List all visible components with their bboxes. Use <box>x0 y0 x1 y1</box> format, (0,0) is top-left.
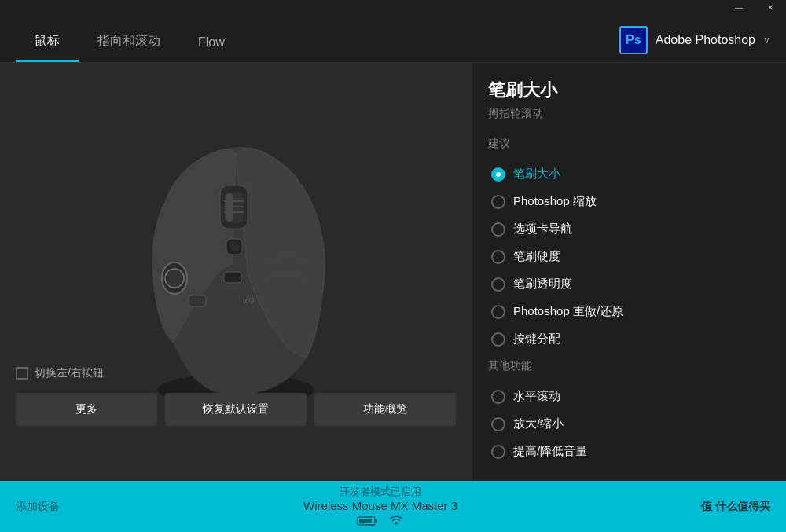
option-key-assign[interactable]: 按键分配 <box>488 325 770 353</box>
radio-zoom <box>491 417 505 431</box>
brand-logo: 值 什么值得买 <box>701 500 770 514</box>
option-brush-opacity[interactable]: 笔刷透明度 <box>488 270 770 298</box>
tab-flow[interactable]: Flow <box>179 23 244 62</box>
checkbox-label: 切换左/右按钮 <box>35 366 104 380</box>
radio-ps-zoom <box>491 195 505 209</box>
svg-rect-12 <box>189 295 206 306</box>
more-button[interactable]: 更多 <box>16 393 157 426</box>
checkbox-row: 切换左/右按钮 <box>16 366 456 380</box>
option-ps-redo-undo[interactable]: Photoshop 重做/还原 <box>488 298 770 325</box>
app-name-label: Adobe Photoshop <box>656 33 755 47</box>
connection-icon <box>388 515 404 528</box>
device-name-label: Wireless Mouse MX Master 3 <box>303 499 457 512</box>
option-label-volume: 提高/降低音量 <box>513 444 587 459</box>
option-ps-zoom[interactable]: Photoshop 缩放 <box>488 188 770 215</box>
add-device-button[interactable]: 添加设备 <box>16 500 60 514</box>
svg-point-18 <box>395 522 398 525</box>
option-label-zoom: 放大/缩小 <box>513 416 564 431</box>
radio-brush-opacity <box>491 277 505 292</box>
tab-pointer[interactable]: 指向和滚动 <box>79 20 179 62</box>
option-label-brush-opacity: 笔刷透明度 <box>513 277 572 292</box>
nav-tabs: 鼠标 指向和滚动 Flow <box>16 0 619 62</box>
status-bar: 添加设备 开发者模式已启用 Wireless Mouse MX Master 3… <box>0 481 786 532</box>
radio-brush-size <box>491 167 505 182</box>
radio-ps-redo-undo <box>491 305 505 319</box>
option-label-brush-hardness: 笔刷硬度 <box>513 249 560 264</box>
svg-rect-17 <box>359 519 372 523</box>
svg-rect-14 <box>224 272 241 283</box>
header: 鼠标 指向和滚动 Flow Ps Adobe Photoshop ∨ <box>0 0 786 63</box>
app-dropdown-arrow[interactable]: ∨ <box>763 35 770 46</box>
left-right-switch-checkbox[interactable] <box>16 367 28 380</box>
radio-volume <box>491 445 505 459</box>
dev-mode-label: 开发者模式已启用 <box>340 485 421 499</box>
svg-rect-8 <box>230 242 239 251</box>
minimize-button[interactable]: — <box>723 0 755 14</box>
panel-subtitle: 拇指轮滚动 <box>488 107 770 121</box>
restore-defaults-button[interactable]: 恢复默认设置 <box>165 393 307 426</box>
option-label-horizontal-scroll: 水平滚动 <box>513 389 560 404</box>
radio-brush-hardness <box>491 250 505 264</box>
title-bar: — ✕ <box>723 0 786 14</box>
option-horizontal-scroll[interactable]: 水平滚动 <box>488 383 770 410</box>
option-volume[interactable]: 提高/降低音量 <box>488 438 770 465</box>
panel-title: 笔刷大小 <box>488 79 770 102</box>
mouse-area: logi 切换左/右按钮 更多 恢复默认设置 功能 <box>0 63 472 481</box>
option-label-tab-nav: 选项卡导航 <box>513 222 572 237</box>
option-brush-size[interactable]: 笔刷大小 <box>488 160 770 188</box>
option-label-key-assign: 按键分配 <box>513 332 560 347</box>
radio-key-assign <box>491 332 505 347</box>
status-center: 开发者模式已启用 Wireless Mouse MX Master 3 <box>60 485 701 528</box>
svg-rect-6 <box>226 193 233 222</box>
tab-mouse[interactable]: 鼠标 <box>16 20 79 62</box>
battery-icon <box>357 515 379 526</box>
radio-horizontal-scroll <box>491 390 505 404</box>
option-label-ps-redo-undo: Photoshop 重做/还原 <box>513 304 623 319</box>
close-button[interactable]: ✕ <box>755 0 786 14</box>
section-suggestions-label: 建议 <box>488 137 770 151</box>
svg-rect-16 <box>375 519 377 523</box>
mouse-bottom-controls: 切换左/右按钮 更多 恢复默认设置 功能概览 <box>16 366 456 426</box>
option-tab-nav[interactable]: 选项卡导航 <box>488 215 770 243</box>
section-other-label: 其他功能 <box>488 359 770 373</box>
option-label-ps-zoom: Photoshop 缩放 <box>513 194 597 209</box>
feature-overview-button[interactable]: 功能概览 <box>314 393 456 426</box>
status-icons <box>357 515 404 528</box>
action-buttons-row: 更多 恢复默认设置 功能概览 <box>16 393 456 426</box>
option-zoom[interactable]: 放大/缩小 <box>488 410 770 438</box>
ps-icon: Ps <box>619 26 648 54</box>
action-panel: 笔刷大小 拇指轮滚动 建议 笔刷大小 Photoshop 缩放 选项卡导航 笔刷… <box>472 63 786 481</box>
app-selector[interactable]: Ps Adobe Photoshop ∨ <box>619 26 770 62</box>
option-label-brush-size: 笔刷大小 <box>513 167 560 182</box>
main-content: logi 切换左/右按钮 更多 恢复默认设置 功能 <box>0 63 786 481</box>
radio-tab-nav <box>491 222 505 237</box>
option-brush-hardness[interactable]: 笔刷硬度 <box>488 243 770 270</box>
status-right: 值 什么值得买 <box>701 500 770 514</box>
